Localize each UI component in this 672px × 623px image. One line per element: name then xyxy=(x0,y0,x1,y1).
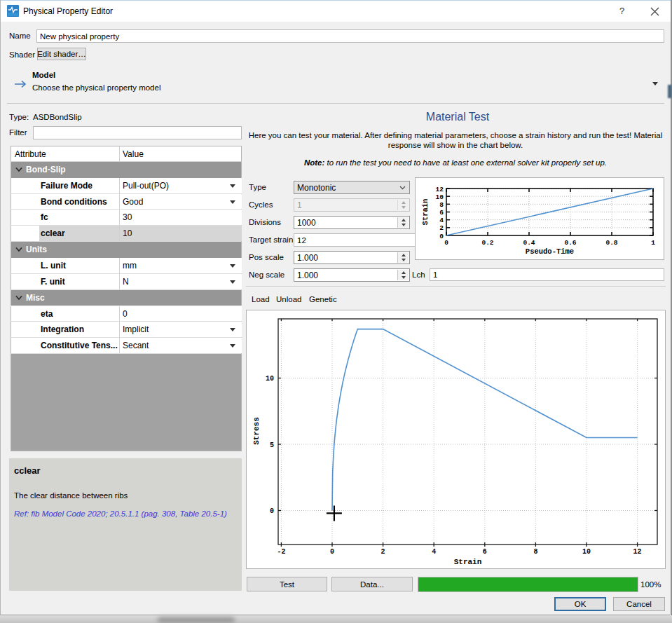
svg-text:0.2: 0.2 xyxy=(481,239,493,247)
svg-text:Strain: Strain xyxy=(454,558,482,566)
svg-text:10: 10 xyxy=(266,375,274,383)
svg-text:Pseudo-Time: Pseudo-Time xyxy=(526,247,574,256)
svg-text:0: 0 xyxy=(330,548,334,556)
svg-text:12: 12 xyxy=(633,548,642,556)
svg-text:0.8: 0.8 xyxy=(605,239,617,247)
svg-text:2: 2 xyxy=(439,224,444,232)
svg-text:4: 4 xyxy=(439,217,444,224)
svg-text:0.4: 0.4 xyxy=(523,239,535,247)
svg-text:6: 6 xyxy=(439,209,444,217)
svg-text:0: 0 xyxy=(439,233,444,240)
svg-text:4: 4 xyxy=(432,548,436,556)
svg-text:8: 8 xyxy=(533,548,537,556)
svg-text:Strain: Strain xyxy=(421,199,430,226)
svg-text:6: 6 xyxy=(483,548,487,556)
svg-text:2: 2 xyxy=(381,548,385,556)
svg-text:Stress: Stress xyxy=(252,417,261,445)
svg-text:0.6: 0.6 xyxy=(564,239,576,247)
svg-text:1: 1 xyxy=(651,239,655,247)
svg-text:-2: -2 xyxy=(277,548,285,556)
svg-text:0: 0 xyxy=(270,507,274,515)
svg-text:10: 10 xyxy=(582,548,591,556)
svg-text:12: 12 xyxy=(436,186,444,193)
svg-text:0: 0 xyxy=(444,239,448,247)
svg-text:8: 8 xyxy=(439,201,444,209)
svg-text:10: 10 xyxy=(436,193,444,201)
svg-text:5: 5 xyxy=(270,441,274,449)
